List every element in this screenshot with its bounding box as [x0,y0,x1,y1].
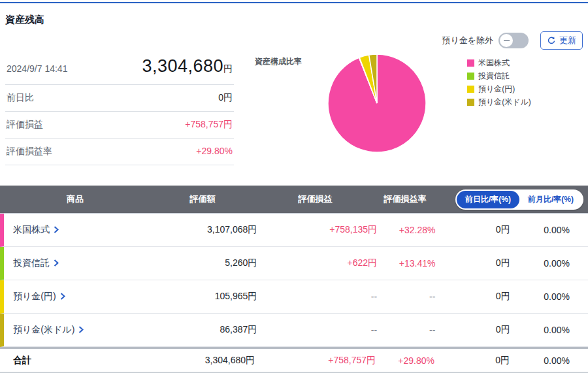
chart-legend: 米国株式 投資信託 預り金(円) 預り金(米ドル) [467,57,531,110]
top-accent-line [0,2,588,3]
summary-row-pl-rate: 評価損益率 +29.80% [5,139,234,165]
legend-item: 預り金(円) [467,84,531,95]
product-link[interactable]: 米国株式 [13,224,59,236]
summary-row-pl: 評価損益 +758,757円 [5,112,234,139]
header-pl-rate: 評価損益率 [376,193,434,205]
page-title: 資産残高 [5,14,588,26]
product-link[interactable]: 預り金(米ドル) [13,324,84,336]
table-total-row: 合計 3,304,680円 +758,757円 +29.80% 0円 0.00% [0,347,588,373]
table-row: 投資信託 5,260円 +622円 +13.41% 0円 0.00% [0,247,588,280]
table-header: 商品 評価額 評価損益 評価損益率 前日比/率(%) 前月比/率(%) [0,186,588,213]
legend-item: 米国株式 [467,57,531,69]
product-link[interactable]: 預り金(円) [13,291,65,303]
chevron-right-icon [78,325,84,335]
legend-swatch [467,73,474,80]
exclude-deposits-toggle[interactable] [498,33,529,48]
pie-chart [325,51,429,156]
chevron-right-icon [54,225,59,235]
legend-swatch [467,86,474,93]
exclude-deposits-label: 預り金を除外 [442,35,493,46]
period-toggle: 前日比/率(%) 前月比/率(%) [455,189,583,210]
legend-swatch [467,99,474,106]
legend-item: 預り金(米ドル) [467,97,531,108]
refresh-button[interactable]: 更新 [540,31,583,50]
table-row: 預り金(円) 105,965円 -- -- 0円 0.00% [0,280,588,314]
toggle-knob [500,34,513,47]
chevron-right-icon [54,258,59,269]
summary-panel: 2024/9/7 14:41 3,304,680円 前日比 0円 評価損益 +7… [5,52,234,170]
summary-and-chart: 2024/9/7 14:41 3,304,680円 前日比 0円 評価損益 +7… [0,52,588,170]
legend-swatch [467,59,474,67]
table-body: 米国株式 3,107,068円 +758,135円 +32.28% 0円 0.0… [0,213,588,347]
header-product: 商品 [0,193,150,205]
toggle-off-dash-icon [504,40,510,41]
chart-title: 資産構成比率 [255,56,302,67]
refresh-button-label: 更新 [559,35,576,46]
table-row: 預り金(米ドル) 86,387円 -- -- 0円 0.00% [0,314,588,347]
total-assets-value: 3,304,680円 [142,56,233,76]
period-toggle-daily[interactable]: 前日比/率(%) [457,191,519,208]
refresh-icon [547,36,556,45]
product-link[interactable]: 投資信託 [13,257,59,269]
table-row: 米国株式 3,107,068円 +758,135円 +32.28% 0円 0.0… [0,214,588,247]
summary-timestamp: 2024/9/7 14:41 [7,63,67,74]
summary-total-row: 2024/9/7 14:41 3,304,680円 [5,52,234,85]
asset-composition-chart: 資産構成比率 米国株式 投資信託 預り金(円) 預り金(米ドル) [234,52,583,170]
period-toggle-monthly[interactable]: 前月比/率(%) [519,191,582,208]
header-valuation: 評価額 [150,193,255,205]
header-pl: 評価損益 [255,193,376,205]
chevron-right-icon [60,291,65,302]
legend-item: 投資信託 [467,71,531,82]
exclude-deposits-toggle-group: 預り金を除外 [442,33,529,48]
asset-table: 商品 評価額 評価損益 評価損益率 前日比/率(%) 前月比/率(%) 米国株式… [0,186,588,373]
header-controls: 預り金を除外 更新 [442,31,583,50]
summary-row-day-change: 前日比 0円 [5,85,234,112]
